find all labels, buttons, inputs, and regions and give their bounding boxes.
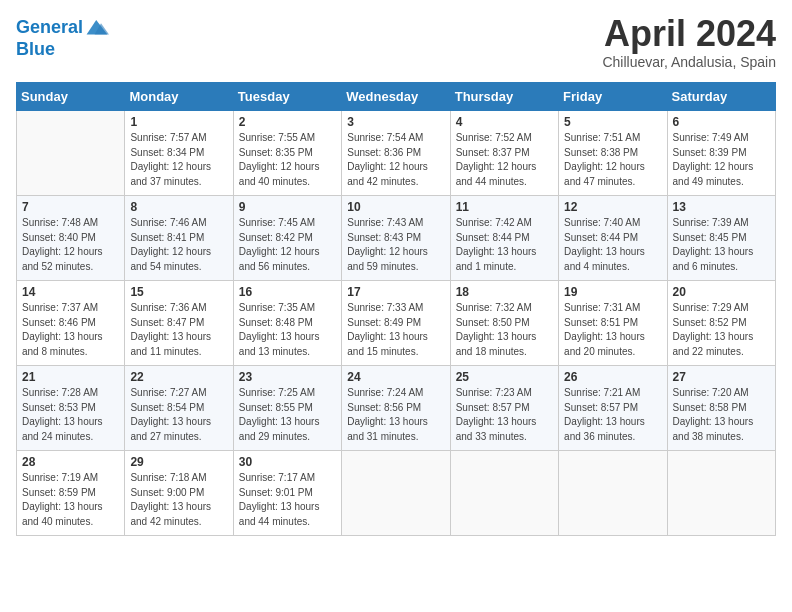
day-detail: Sunrise: 7:24 AM Sunset: 8:56 PM Dayligh… — [347, 386, 444, 444]
calendar-cell: 6Sunrise: 7:49 AM Sunset: 8:39 PM Daylig… — [667, 111, 775, 196]
weekday-header: Sunday — [17, 83, 125, 111]
day-detail: Sunrise: 7:28 AM Sunset: 8:53 PM Dayligh… — [22, 386, 119, 444]
day-detail: Sunrise: 7:25 AM Sunset: 8:55 PM Dayligh… — [239, 386, 336, 444]
day-detail: Sunrise: 7:55 AM Sunset: 8:35 PM Dayligh… — [239, 131, 336, 189]
location-subtitle: Chilluevar, Andalusia, Spain — [602, 54, 776, 70]
day-number: 21 — [22, 370, 119, 384]
weekday-header: Friday — [559, 83, 667, 111]
weekday-header: Thursday — [450, 83, 558, 111]
calendar-cell: 10Sunrise: 7:43 AM Sunset: 8:43 PM Dayli… — [342, 196, 450, 281]
day-detail: Sunrise: 7:20 AM Sunset: 8:58 PM Dayligh… — [673, 386, 770, 444]
calendar-week-row: 21Sunrise: 7:28 AM Sunset: 8:53 PM Dayli… — [17, 366, 776, 451]
day-detail: Sunrise: 7:37 AM Sunset: 8:46 PM Dayligh… — [22, 301, 119, 359]
day-number: 26 — [564, 370, 661, 384]
day-detail: Sunrise: 7:29 AM Sunset: 8:52 PM Dayligh… — [673, 301, 770, 359]
calendar-cell: 20Sunrise: 7:29 AM Sunset: 8:52 PM Dayli… — [667, 281, 775, 366]
day-number: 1 — [130, 115, 227, 129]
calendar-week-row: 28Sunrise: 7:19 AM Sunset: 8:59 PM Dayli… — [17, 451, 776, 536]
day-detail: Sunrise: 7:43 AM Sunset: 8:43 PM Dayligh… — [347, 216, 444, 274]
day-detail: Sunrise: 7:54 AM Sunset: 8:36 PM Dayligh… — [347, 131, 444, 189]
day-detail: Sunrise: 7:52 AM Sunset: 8:37 PM Dayligh… — [456, 131, 553, 189]
day-number: 15 — [130, 285, 227, 299]
page-header: General Blue April 2024 Chilluevar, Anda… — [16, 16, 776, 70]
day-detail: Sunrise: 7:32 AM Sunset: 8:50 PM Dayligh… — [456, 301, 553, 359]
day-detail: Sunrise: 7:31 AM Sunset: 8:51 PM Dayligh… — [564, 301, 661, 359]
calendar-cell: 30Sunrise: 7:17 AM Sunset: 9:01 PM Dayli… — [233, 451, 341, 536]
calendar-cell: 29Sunrise: 7:18 AM Sunset: 9:00 PM Dayli… — [125, 451, 233, 536]
day-detail: Sunrise: 7:40 AM Sunset: 8:44 PM Dayligh… — [564, 216, 661, 274]
day-number: 2 — [239, 115, 336, 129]
calendar-cell: 22Sunrise: 7:27 AM Sunset: 8:54 PM Dayli… — [125, 366, 233, 451]
calendar-table: SundayMondayTuesdayWednesdayThursdayFrid… — [16, 82, 776, 536]
weekday-header: Saturday — [667, 83, 775, 111]
day-detail: Sunrise: 7:19 AM Sunset: 8:59 PM Dayligh… — [22, 471, 119, 529]
calendar-cell: 19Sunrise: 7:31 AM Sunset: 8:51 PM Dayli… — [559, 281, 667, 366]
calendar-cell: 18Sunrise: 7:32 AM Sunset: 8:50 PM Dayli… — [450, 281, 558, 366]
weekday-header: Wednesday — [342, 83, 450, 111]
calendar-cell: 7Sunrise: 7:48 AM Sunset: 8:40 PM Daylig… — [17, 196, 125, 281]
day-number: 12 — [564, 200, 661, 214]
day-detail: Sunrise: 7:33 AM Sunset: 8:49 PM Dayligh… — [347, 301, 444, 359]
calendar-week-row: 1Sunrise: 7:57 AM Sunset: 8:34 PM Daylig… — [17, 111, 776, 196]
day-number: 14 — [22, 285, 119, 299]
calendar-cell: 2Sunrise: 7:55 AM Sunset: 8:35 PM Daylig… — [233, 111, 341, 196]
calendar-cell: 8Sunrise: 7:46 AM Sunset: 8:41 PM Daylig… — [125, 196, 233, 281]
logo: General Blue — [16, 16, 109, 60]
day-detail: Sunrise: 7:35 AM Sunset: 8:48 PM Dayligh… — [239, 301, 336, 359]
weekday-header-row: SundayMondayTuesdayWednesdayThursdayFrid… — [17, 83, 776, 111]
day-number: 10 — [347, 200, 444, 214]
day-number: 22 — [130, 370, 227, 384]
calendar-cell — [17, 111, 125, 196]
day-number: 3 — [347, 115, 444, 129]
day-detail: Sunrise: 7:48 AM Sunset: 8:40 PM Dayligh… — [22, 216, 119, 274]
day-detail: Sunrise: 7:49 AM Sunset: 8:39 PM Dayligh… — [673, 131, 770, 189]
day-number: 24 — [347, 370, 444, 384]
day-number: 7 — [22, 200, 119, 214]
calendar-cell: 15Sunrise: 7:36 AM Sunset: 8:47 PM Dayli… — [125, 281, 233, 366]
calendar-cell: 21Sunrise: 7:28 AM Sunset: 8:53 PM Dayli… — [17, 366, 125, 451]
calendar-cell: 17Sunrise: 7:33 AM Sunset: 8:49 PM Dayli… — [342, 281, 450, 366]
day-number: 29 — [130, 455, 227, 469]
day-number: 4 — [456, 115, 553, 129]
calendar-cell: 14Sunrise: 7:37 AM Sunset: 8:46 PM Dayli… — [17, 281, 125, 366]
calendar-cell — [559, 451, 667, 536]
day-detail: Sunrise: 7:17 AM Sunset: 9:01 PM Dayligh… — [239, 471, 336, 529]
day-number: 17 — [347, 285, 444, 299]
calendar-cell: 13Sunrise: 7:39 AM Sunset: 8:45 PM Dayli… — [667, 196, 775, 281]
day-number: 8 — [130, 200, 227, 214]
day-number: 6 — [673, 115, 770, 129]
day-number: 20 — [673, 285, 770, 299]
day-number: 30 — [239, 455, 336, 469]
calendar-cell — [667, 451, 775, 536]
calendar-cell: 5Sunrise: 7:51 AM Sunset: 8:38 PM Daylig… — [559, 111, 667, 196]
calendar-week-row: 7Sunrise: 7:48 AM Sunset: 8:40 PM Daylig… — [17, 196, 776, 281]
day-detail: Sunrise: 7:36 AM Sunset: 8:47 PM Dayligh… — [130, 301, 227, 359]
day-detail: Sunrise: 7:46 AM Sunset: 8:41 PM Dayligh… — [130, 216, 227, 274]
day-number: 25 — [456, 370, 553, 384]
day-detail: Sunrise: 7:42 AM Sunset: 8:44 PM Dayligh… — [456, 216, 553, 274]
day-number: 13 — [673, 200, 770, 214]
calendar-cell: 4Sunrise: 7:52 AM Sunset: 8:37 PM Daylig… — [450, 111, 558, 196]
day-detail: Sunrise: 7:51 AM Sunset: 8:38 PM Dayligh… — [564, 131, 661, 189]
logo-text2: Blue — [16, 40, 55, 60]
day-number: 5 — [564, 115, 661, 129]
calendar-cell: 24Sunrise: 7:24 AM Sunset: 8:56 PM Dayli… — [342, 366, 450, 451]
day-detail: Sunrise: 7:18 AM Sunset: 9:00 PM Dayligh… — [130, 471, 227, 529]
day-detail: Sunrise: 7:39 AM Sunset: 8:45 PM Dayligh… — [673, 216, 770, 274]
calendar-cell: 12Sunrise: 7:40 AM Sunset: 8:44 PM Dayli… — [559, 196, 667, 281]
day-number: 18 — [456, 285, 553, 299]
calendar-week-row: 14Sunrise: 7:37 AM Sunset: 8:46 PM Dayli… — [17, 281, 776, 366]
calendar-cell: 16Sunrise: 7:35 AM Sunset: 8:48 PM Dayli… — [233, 281, 341, 366]
calendar-cell: 25Sunrise: 7:23 AM Sunset: 8:57 PM Dayli… — [450, 366, 558, 451]
weekday-header: Monday — [125, 83, 233, 111]
calendar-cell: 3Sunrise: 7:54 AM Sunset: 8:36 PM Daylig… — [342, 111, 450, 196]
day-number: 28 — [22, 455, 119, 469]
calendar-cell: 26Sunrise: 7:21 AM Sunset: 8:57 PM Dayli… — [559, 366, 667, 451]
day-detail: Sunrise: 7:27 AM Sunset: 8:54 PM Dayligh… — [130, 386, 227, 444]
calendar-cell: 9Sunrise: 7:45 AM Sunset: 8:42 PM Daylig… — [233, 196, 341, 281]
day-number: 16 — [239, 285, 336, 299]
month-title: April 2024 — [602, 16, 776, 52]
day-number: 23 — [239, 370, 336, 384]
logo-text: General — [16, 18, 83, 38]
day-detail: Sunrise: 7:45 AM Sunset: 8:42 PM Dayligh… — [239, 216, 336, 274]
